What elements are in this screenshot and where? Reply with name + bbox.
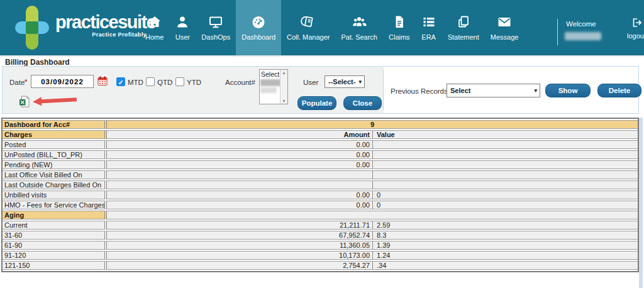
account-option-redacted-selected[interactable]	[260, 79, 280, 86]
chevron-down-icon: ▾	[531, 87, 540, 94]
mtd-checkbox[interactable]: ✓	[116, 77, 125, 86]
account-listbox[interactable]: Select ▲ ▼	[259, 69, 288, 104]
home-icon	[147, 14, 162, 30]
nav-item-home[interactable]: Home	[140, 0, 169, 55]
people-icon	[352, 14, 367, 30]
delete-button[interactable]: Delete	[597, 84, 641, 97]
nav-label: Dashboard	[242, 33, 275, 41]
value-cell: 0	[372, 191, 638, 199]
qtd-checkbox[interactable]	[146, 77, 155, 86]
table-row: UnPosted (BILL_TO_PR) 0.00	[3, 150, 638, 159]
nav-item-statement[interactable]: Statement	[442, 0, 485, 55]
user-select-value: --Select--	[325, 78, 356, 86]
value-cell: 8.3	[372, 231, 638, 240]
previous-records-value: Select	[447, 87, 531, 94]
gauge-icon	[251, 14, 266, 30]
page-title: Billing Dashboard	[5, 58, 70, 67]
row-label: Current	[3, 221, 107, 230]
value-cell: 0	[372, 201, 638, 209]
chevron-down-icon: ▾	[356, 79, 364, 85]
account-number-cell: 9	[107, 120, 638, 129]
date-input[interactable]	[31, 75, 94, 88]
user-icon	[175, 14, 190, 30]
previous-records-select[interactable]: Select ▾	[447, 84, 540, 97]
row-label: Posted	[3, 140, 107, 149]
scroll-down-icon[interactable]: ▼	[282, 99, 286, 103]
table-row: Pending (NEW) 0.00	[3, 160, 638, 169]
row-label: Aging	[3, 211, 107, 219]
amount-cell: 2,754.27	[107, 261, 372, 270]
close-button[interactable]: Close	[343, 96, 382, 110]
nav-label: Coll. Manager	[287, 33, 330, 41]
qtd-label: QTD	[157, 79, 172, 86]
ytd-checkbox[interactable]	[175, 77, 184, 86]
vertical-scrollbar[interactable]	[639, 118, 643, 288]
row-label: Unbilled visits	[3, 191, 107, 199]
user-label: User	[303, 79, 318, 86]
date-label: Date*	[9, 79, 27, 86]
amount-cell: 0.00	[107, 140, 372, 149]
row-label: HMO - Fees for Service Charges	[3, 201, 107, 209]
account-label: Account#	[225, 79, 255, 86]
value-cell	[372, 150, 638, 159]
table-row: Current 21,211.71 2.59	[3, 221, 638, 230]
monitor-icon	[208, 14, 223, 30]
amount-cell	[107, 180, 372, 189]
filter-section-divider	[383, 70, 384, 110]
nav-label: User	[175, 33, 190, 41]
export-excel-icon[interactable]	[19, 96, 30, 110]
top-navigation-bar: practicesuite Practice Profitably Home U…	[0, 0, 644, 55]
nav-item-dashops[interactable]: DashOps	[196, 0, 236, 55]
row-label: Pending (NEW)	[3, 160, 107, 169]
table-row: 91-120 10,173.00 1.24	[3, 251, 638, 260]
aging-spacer-cell	[107, 211, 638, 219]
populate-button[interactable]: Populate	[297, 96, 336, 110]
table-row: 121-150 2,754.27 .34	[3, 261, 638, 270]
table-row: 61-90 11,360.05 1.39	[3, 241, 638, 250]
amount-cell: 67,952.74	[107, 231, 372, 240]
scroll-up-icon[interactable]: ▲	[282, 70, 286, 75]
brand-tagline: Practice Profitably	[55, 31, 147, 38]
document-icon	[392, 14, 407, 30]
amount-cell: 0.00	[107, 150, 372, 159]
previous-records-label: Previous Records:	[391, 87, 450, 95]
nav-item-dashboard[interactable]: Dashboard	[236, 0, 281, 55]
value-cell	[372, 170, 638, 179]
welcome-text: Welcome	[566, 20, 596, 28]
amount-cell: 21,211.71	[107, 221, 372, 230]
table-row: Unbilled visits 0.00 0	[3, 191, 638, 199]
table-row: Last Office Visit Billed On	[3, 170, 638, 179]
value-cell: 1.39	[372, 241, 638, 250]
filter-panel: Date* ✓ MTD QTD YTD Account# Select ▲ ▼ …	[2, 66, 639, 114]
row-label: 61-90	[3, 241, 107, 250]
practicesuite-logo-icon[interactable]	[15, 6, 49, 50]
username-redacted	[565, 32, 601, 40]
table-row: Last Outside Charges Billed On	[3, 180, 638, 189]
value-cell: 1.24	[372, 251, 638, 260]
user-select[interactable]: --Select-- ▾	[325, 75, 365, 88]
row-label: Last Outside Charges Billed On	[3, 180, 107, 189]
mtd-label: MTD	[128, 79, 143, 86]
account-option-redacted[interactable]	[260, 87, 277, 93]
table-row-charges-header: Charges Amount Value	[3, 130, 638, 139]
nav-item-claims[interactable]: Claims	[383, 0, 416, 55]
amount-column-header: Amount	[107, 130, 372, 139]
list-icon	[421, 14, 436, 30]
annotation-arrow	[33, 95, 79, 106]
nav-item-user[interactable]: User	[169, 0, 196, 55]
amount-cell: 11,360.05	[107, 241, 372, 250]
page-title-bar: Billing Dashboard	[0, 55, 644, 66]
value-column-header: Value	[372, 130, 638, 139]
listbox-scrollbar[interactable]: ▲ ▼	[280, 70, 287, 104]
logout-icon	[630, 17, 643, 28]
nav-item-era[interactable]: ERA	[416, 0, 442, 55]
amount-cell: 0.00	[107, 160, 372, 169]
show-button[interactable]: Show	[545, 84, 591, 97]
nav-item-message[interactable]: Message	[485, 0, 525, 55]
calendar-icon[interactable]	[97, 76, 108, 89]
nav-item-pat-search[interactable]: Pat. Search	[336, 0, 383, 55]
row-label: Last Office Visit Billed On	[3, 170, 107, 179]
logout-button[interactable]: logout	[624, 17, 644, 40]
nav-label: Pat. Search	[341, 33, 377, 41]
nav-item-coll-manager[interactable]: Coll. Manager	[281, 0, 335, 55]
